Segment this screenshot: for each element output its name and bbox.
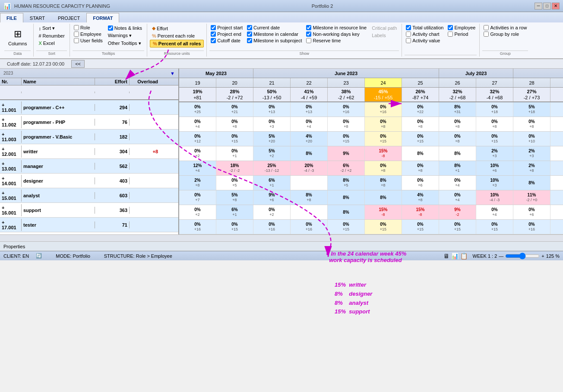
percent-all-roles-button[interactable]: % Percent of all roles — [150, 40, 204, 47]
effort-button[interactable]: ◆ Effort — [150, 25, 204, 32]
activities-row-checkbox[interactable] — [484, 25, 489, 30]
nav-prev-button[interactable]: << — [71, 60, 85, 68]
milestone-calendar-checkbox[interactable] — [247, 32, 252, 37]
ribbon-group-sort: ↕ Sort ▾ # Renumber X Excel Sort — [34, 24, 70, 57]
table-row[interactable]: + 11.001 programmer - C++ 294 — [0, 100, 178, 115]
table-row[interactable]: + 16.001 support 363 — [0, 203, 178, 218]
reserve-time-label: Reserve time — [313, 38, 341, 43]
sub-toolbar: Cutoff date: 12.07.23 00:00 << — [0, 59, 563, 69]
labels-button[interactable]: Labels — [370, 32, 399, 39]
percent-each-role-button[interactable]: % Percent each role — [150, 32, 204, 39]
group-by-role-checkbox[interactable] — [484, 32, 489, 37]
zoom-out-icon[interactable]: — — [499, 253, 503, 259]
activity-value-checkbox[interactable] — [406, 38, 411, 43]
other-tooltips-button[interactable]: Other Tooltips ▾ — [106, 40, 144, 47]
milestone-subproject-checkbox[interactable] — [247, 38, 252, 43]
total-util-checkbox[interactable] — [406, 25, 411, 30]
user-fields-checkbox-item: User fields — [73, 38, 104, 44]
sum-25: 26%-87 +74 — [402, 88, 439, 101]
table-row[interactable]: + 15.001 analyst 603 — [0, 188, 178, 203]
week-24: 24 — [365, 78, 402, 87]
table-row[interactable]: + 11.002 programmer - PHP 76 — [0, 115, 178, 130]
excel-button[interactable]: X Excel — [36, 40, 66, 47]
table-row[interactable]: + 13.001 manager 562 — [0, 159, 178, 174]
grid-area: 2023 ▼ Nr. Name Effort Overload + 11.001… — [0, 69, 563, 234]
sum-22: 41%-4 / +59 — [291, 88, 328, 101]
milestone-resource-item: Milestone in resource line — [305, 25, 368, 31]
week-header: 19 20 21 22 23 24 25 26 27 28 — [179, 78, 563, 88]
month-june: June 2023 — [253, 69, 439, 78]
reserve-time-checkbox[interactable] — [306, 38, 311, 43]
right-panel: May 2023 June 2023 July 2023 19 20 21 22… — [179, 69, 563, 234]
tab-file[interactable]: FILE — [0, 13, 23, 22]
milestone-resource-label: Milestone in resource line — [313, 25, 367, 30]
month-may: May 2023 — [179, 69, 253, 78]
user-fields-checkbox[interactable] — [74, 38, 79, 43]
activity-value-item: Activity value — [405, 38, 445, 44]
non-working-checkbox[interactable] — [306, 32, 311, 37]
critical-path-button[interactable]: Critical path — [370, 25, 399, 32]
statusbar: CLIENT: EN 🔄 MODE: Portfolio STRUCTURE: … — [0, 251, 563, 260]
current-date-label: Current date — [253, 25, 280, 30]
year-label: 2023 — [0, 70, 16, 76]
activity-chart-checkbox[interactable] — [406, 32, 411, 37]
sum-19: 19%+81 — [179, 88, 216, 101]
week-20: 20 — [216, 78, 253, 87]
employee-checkbox[interactable] — [74, 32, 79, 37]
cutoff-date-checkbox[interactable] — [211, 38, 216, 43]
table-row[interactable]: + 14.001 designer 403 — [0, 174, 178, 188]
sum-26: 32%-2 / +68 — [439, 88, 476, 101]
role-checkbox[interactable] — [74, 25, 79, 30]
table-row[interactable]: + 17.001 tester 71 — [0, 218, 178, 232]
sort-group-label: Sort — [36, 51, 66, 56]
horizontal-scrollbar[interactable] — [0, 234, 563, 241]
effort-icon: ◆ — [152, 25, 155, 31]
data-group-label: Data — [4, 51, 31, 56]
activities-row-item: Activities in a row — [482, 25, 528, 31]
month-july: July 2023 — [439, 69, 513, 78]
renumber-button[interactable]: # Renumber — [36, 32, 66, 39]
activities-row-label: Activities in a row — [490, 25, 527, 30]
warnings-button[interactable]: Warnings ▾ — [106, 32, 144, 39]
project-start-checkbox[interactable] — [211, 25, 216, 30]
role-label: Role — [80, 25, 90, 30]
notes-links-checkbox[interactable] — [108, 25, 113, 31]
icon-monitor: 🖥 — [443, 253, 449, 259]
ribbon-group-show: Project start Project end Cutoff date Cu… — [207, 24, 402, 57]
col-header-effort: Effort — [95, 78, 130, 85]
client-status: CLIENT: EN — [3, 253, 29, 259]
window-title: Portfolio 2 — [312, 3, 333, 9]
col-header-overload: Overload — [130, 78, 160, 85]
current-date-checkbox[interactable] — [247, 25, 252, 30]
refresh-icon[interactable]: 🔄 — [36, 253, 42, 259]
project-end-label: Project end — [217, 32, 241, 37]
chart-row-3: 0%+2 0%+1 5%+2 8% 9% 15%-8 8% 8% 2%+3 2%… — [179, 146, 563, 161]
non-working-item: Non-working days key — [305, 31, 368, 37]
employee-util-checkbox[interactable] — [448, 25, 453, 30]
table-row[interactable]: + 12.001 writter 304 +8 — [0, 144, 178, 159]
project-end-checkbox[interactable] — [211, 32, 216, 37]
zoom-slider[interactable] — [505, 253, 540, 259]
close-button[interactable]: ✕ — [552, 3, 560, 9]
app-title: HUMAN RESOURCE CAPACITY PLANNING — [14, 3, 110, 9]
milestone-resource-checkbox[interactable] — [306, 25, 311, 30]
zoom-in-icon[interactable]: + — [541, 253, 544, 259]
tooltips-group-label: Tooltips — [73, 51, 144, 56]
tab-project[interactable]: PROJECT — [51, 13, 86, 22]
period-checkbox[interactable] — [448, 32, 453, 37]
minimize-button[interactable]: ─ — [535, 3, 542, 9]
columns-button[interactable]: ⊞ Columns — [4, 25, 31, 50]
notes-links-button[interactable]: Notes & links — [106, 25, 144, 32]
maximize-button[interactable]: □ — [543, 3, 551, 9]
tab-start[interactable]: START — [23, 13, 51, 22]
table-row[interactable]: + 11.003 programmer - V.Basic 182 — [0, 130, 178, 144]
tab-format[interactable]: FORMAT — [86, 13, 119, 22]
ribbon-group-resource-units: ◆ Effort % Percent each role % Percent o… — [147, 24, 207, 57]
week-28: 28 — [513, 78, 550, 87]
period-item: Period — [446, 31, 477, 37]
renumber-icon: # — [38, 33, 41, 38]
structure-status: STRUCTURE: Role > Employee — [104, 253, 172, 259]
summary-chart-row: 19%+81 28%-2 / +72 50%-13 / +50 41%-4 / … — [179, 88, 563, 102]
sort-button[interactable]: ↕ Sort ▾ — [36, 25, 66, 32]
employee-checkbox-item: Employee — [73, 31, 104, 37]
